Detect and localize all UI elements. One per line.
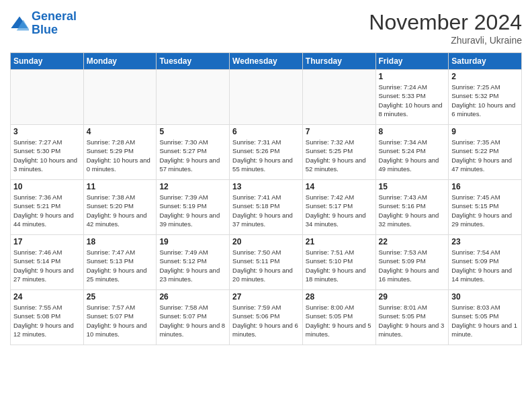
- calendar-cell: 29Sunrise: 8:01 AM Sunset: 5:05 PM Dayli…: [375, 290, 449, 345]
- day-info: Sunrise: 7:35 AM Sunset: 5:22 PM Dayligh…: [451, 138, 519, 173]
- logo-line2: Blue: [32, 23, 58, 36]
- day-number: 14: [306, 182, 373, 191]
- day-info: Sunrise: 7:24 AM Sunset: 5:33 PM Dayligh…: [379, 83, 446, 118]
- calendar-cell: 17Sunrise: 7:46 AM Sunset: 5:14 PM Dayli…: [11, 235, 84, 290]
- week-row-3: 17Sunrise: 7:46 AM Sunset: 5:14 PM Dayli…: [11, 235, 522, 290]
- col-friday: Friday: [375, 53, 449, 70]
- day-number: 8: [379, 127, 446, 136]
- calendar-cell: 15Sunrise: 7:43 AM Sunset: 5:16 PM Dayli…: [375, 180, 449, 235]
- calendar-cell: 9Sunrise: 7:35 AM Sunset: 5:22 PM Daylig…: [449, 125, 522, 180]
- calendar-cell: 18Sunrise: 7:47 AM Sunset: 5:13 PM Dayli…: [83, 235, 157, 290]
- calendar-cell: [302, 70, 375, 125]
- calendar-cell: 4Sunrise: 7:28 AM Sunset: 5:29 PM Daylig…: [83, 125, 157, 180]
- week-row-4: 24Sunrise: 7:55 AM Sunset: 5:08 PM Dayli…: [11, 290, 522, 345]
- calendar-cell: [11, 70, 84, 125]
- day-number: 17: [13, 237, 81, 246]
- calendar-cell: 14Sunrise: 7:42 AM Sunset: 5:17 PM Dayli…: [302, 180, 375, 235]
- calendar-cell: 2Sunrise: 7:25 AM Sunset: 5:32 PM Daylig…: [449, 70, 522, 125]
- day-info: Sunrise: 7:43 AM Sunset: 5:16 PM Dayligh…: [379, 193, 446, 228]
- week-row-0: 1Sunrise: 7:24 AM Sunset: 5:33 PM Daylig…: [11, 70, 522, 125]
- calendar-cell: 6Sunrise: 7:31 AM Sunset: 5:26 PM Daylig…: [230, 125, 303, 180]
- day-info: Sunrise: 7:34 AM Sunset: 5:24 PM Dayligh…: [379, 138, 446, 173]
- day-number: 16: [451, 182, 519, 191]
- calendar-cell: 5Sunrise: 7:30 AM Sunset: 5:27 PM Daylig…: [157, 125, 230, 180]
- day-number: 23: [451, 237, 519, 246]
- day-info: Sunrise: 7:46 AM Sunset: 5:14 PM Dayligh…: [13, 248, 81, 283]
- day-number: 13: [232, 182, 300, 191]
- col-thursday: Thursday: [302, 53, 375, 70]
- calendar-cell: 23Sunrise: 7:54 AM Sunset: 5:09 PM Dayli…: [449, 235, 522, 290]
- calendar-cell: 12Sunrise: 7:39 AM Sunset: 5:19 PM Dayli…: [157, 180, 230, 235]
- col-tuesday: Tuesday: [157, 53, 230, 70]
- calendar-cell: 10Sunrise: 7:36 AM Sunset: 5:21 PM Dayli…: [11, 180, 84, 235]
- day-number: 25: [87, 292, 154, 302]
- calendar-cell: 21Sunrise: 7:51 AM Sunset: 5:10 PM Dayli…: [302, 235, 375, 290]
- calendar-header-row: Sunday Monday Tuesday Wednesday Thursday…: [11, 53, 522, 70]
- day-number: 24: [13, 292, 81, 302]
- day-info: Sunrise: 7:54 AM Sunset: 5:09 PM Dayligh…: [451, 248, 519, 283]
- day-number: 10: [13, 182, 81, 191]
- day-info: Sunrise: 7:39 AM Sunset: 5:19 PM Dayligh…: [159, 193, 226, 228]
- calendar-cell: 24Sunrise: 7:55 AM Sunset: 5:08 PM Dayli…: [11, 290, 84, 345]
- day-info: Sunrise: 7:45 AM Sunset: 5:15 PM Dayligh…: [451, 193, 519, 228]
- calendar-cell: 25Sunrise: 7:57 AM Sunset: 5:07 PM Dayli…: [83, 290, 157, 345]
- day-number: 18: [87, 237, 154, 246]
- calendar-cell: 16Sunrise: 7:45 AM Sunset: 5:15 PM Dayli…: [449, 180, 522, 235]
- logo-line1: General: [32, 9, 77, 23]
- calendar-cell: 28Sunrise: 8:00 AM Sunset: 5:05 PM Dayli…: [302, 290, 375, 345]
- day-number: 30: [451, 292, 519, 302]
- day-number: 27: [232, 292, 300, 302]
- day-number: 21: [306, 237, 373, 246]
- logo-text: General Blue: [32, 10, 77, 37]
- day-number: 9: [451, 127, 519, 136]
- calendar-cell: [157, 70, 230, 125]
- day-info: Sunrise: 7:36 AM Sunset: 5:21 PM Dayligh…: [13, 193, 81, 228]
- day-info: Sunrise: 7:55 AM Sunset: 5:08 PM Dayligh…: [13, 303, 81, 338]
- day-number: 6: [232, 127, 300, 136]
- day-info: Sunrise: 7:38 AM Sunset: 5:20 PM Dayligh…: [87, 193, 154, 228]
- calendar-cell: 20Sunrise: 7:50 AM Sunset: 5:11 PM Dayli…: [230, 235, 303, 290]
- day-number: 19: [159, 237, 226, 246]
- page: General Blue November 2024 Zhuravli, Ukr…: [0, 0, 532, 352]
- col-wednesday: Wednesday: [230, 53, 303, 70]
- day-number: 7: [306, 127, 373, 136]
- day-number: 22: [379, 237, 446, 246]
- calendar-cell: 27Sunrise: 7:59 AM Sunset: 5:06 PM Dayli…: [230, 290, 303, 345]
- day-number: 26: [159, 292, 226, 302]
- day-info: Sunrise: 7:53 AM Sunset: 5:09 PM Dayligh…: [379, 248, 446, 283]
- day-info: Sunrise: 7:41 AM Sunset: 5:18 PM Dayligh…: [232, 193, 300, 228]
- day-info: Sunrise: 7:27 AM Sunset: 5:30 PM Dayligh…: [13, 138, 81, 173]
- col-saturday: Saturday: [449, 53, 522, 70]
- day-number: 20: [232, 237, 300, 246]
- logo-icon: [10, 14, 29, 33]
- calendar-cell: 3Sunrise: 7:27 AM Sunset: 5:30 PM Daylig…: [11, 125, 84, 180]
- day-info: Sunrise: 7:58 AM Sunset: 5:07 PM Dayligh…: [159, 303, 226, 338]
- day-number: 2: [451, 72, 519, 81]
- day-info: Sunrise: 7:59 AM Sunset: 5:06 PM Dayligh…: [232, 303, 300, 338]
- calendar-cell: 7Sunrise: 7:32 AM Sunset: 5:25 PM Daylig…: [302, 125, 375, 180]
- calendar-cell: 19Sunrise: 7:49 AM Sunset: 5:12 PM Dayli…: [157, 235, 230, 290]
- title-block: November 2024 Zhuravli, Ukraine: [369, 10, 522, 46]
- day-number: 3: [13, 127, 81, 136]
- day-info: Sunrise: 8:03 AM Sunset: 5:05 PM Dayligh…: [451, 303, 519, 338]
- calendar-cell: 30Sunrise: 8:03 AM Sunset: 5:05 PM Dayli…: [449, 290, 522, 345]
- calendar-cell: [230, 70, 303, 125]
- calendar: Sunday Monday Tuesday Wednesday Thursday…: [10, 52, 522, 345]
- day-info: Sunrise: 8:01 AM Sunset: 5:05 PM Dayligh…: [379, 303, 446, 338]
- location-subtitle: Zhuravli, Ukraine: [369, 35, 522, 46]
- day-info: Sunrise: 7:42 AM Sunset: 5:17 PM Dayligh…: [306, 193, 373, 228]
- day-info: Sunrise: 7:50 AM Sunset: 5:11 PM Dayligh…: [232, 248, 300, 283]
- logo: General Blue: [10, 10, 77, 37]
- calendar-cell: [83, 70, 157, 125]
- calendar-cell: 13Sunrise: 7:41 AM Sunset: 5:18 PM Dayli…: [230, 180, 303, 235]
- day-number: 12: [159, 182, 226, 191]
- day-number: 1: [379, 72, 446, 81]
- day-info: Sunrise: 7:25 AM Sunset: 5:32 PM Dayligh…: [451, 83, 519, 118]
- day-number: 5: [159, 127, 226, 136]
- calendar-cell: 8Sunrise: 7:34 AM Sunset: 5:24 PM Daylig…: [375, 125, 449, 180]
- week-row-1: 3Sunrise: 7:27 AM Sunset: 5:30 PM Daylig…: [11, 125, 522, 180]
- day-number: 29: [379, 292, 446, 302]
- calendar-cell: 22Sunrise: 7:53 AM Sunset: 5:09 PM Dayli…: [375, 235, 449, 290]
- day-number: 15: [379, 182, 446, 191]
- day-info: Sunrise: 8:00 AM Sunset: 5:05 PM Dayligh…: [306, 303, 373, 338]
